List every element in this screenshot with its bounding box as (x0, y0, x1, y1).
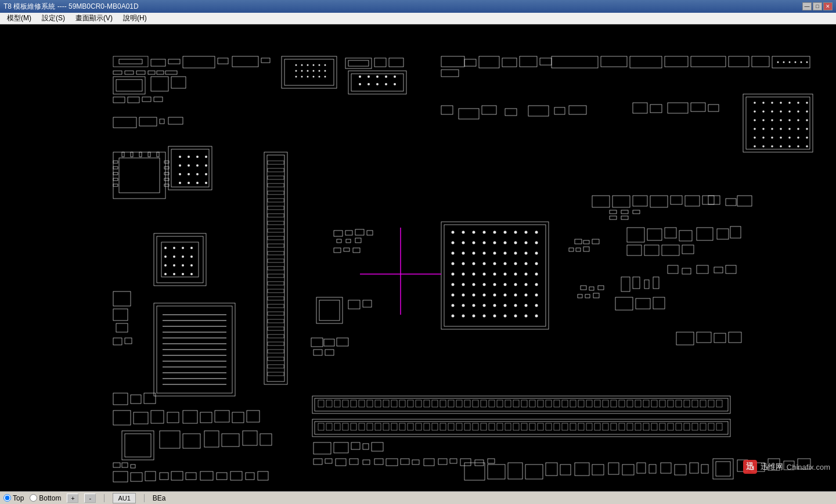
svg-point-261 (462, 252, 465, 255)
svg-point-162 (205, 156, 207, 158)
svg-point-276 (525, 262, 528, 265)
svg-point-310 (504, 304, 507, 307)
svg-point-314 (452, 315, 455, 318)
svg-point-209 (164, 247, 167, 249)
svg-point-246 (493, 231, 496, 234)
svg-point-132 (806, 136, 808, 139)
zoom-out-button[interactable]: - (84, 494, 96, 503)
svg-point-218 (173, 264, 175, 267)
svg-point-289 (473, 283, 475, 286)
svg-point-264 (493, 252, 496, 255)
svg-point-280 (473, 273, 475, 276)
svg-point-299 (483, 294, 486, 297)
svg-point-265 (504, 252, 507, 255)
svg-point-211 (182, 247, 184, 249)
layer-top-radio[interactable]: Top (3, 494, 24, 502)
maximize-button[interactable]: □ (813, 2, 822, 10)
svg-point-174 (205, 182, 207, 184)
window-title: T8 模板維修系統 ---- 59MB0CR0-MB0A01D (3, 2, 802, 12)
svg-point-277 (535, 262, 538, 265)
svg-point-306 (462, 304, 465, 307)
svg-point-285 (525, 273, 528, 276)
svg-point-170 (205, 173, 207, 175)
status-separator (104, 494, 105, 502)
pcb-canvas-area[interactable]: 迅 迅维网 Chinafix.com (0, 24, 836, 491)
svg-point-266 (514, 252, 517, 255)
svg-point-171 (179, 182, 181, 184)
svg-point-223 (182, 273, 184, 275)
svg-point-301 (504, 294, 507, 297)
svg-point-300 (493, 294, 496, 297)
svg-point-104 (806, 102, 808, 104)
watermark-domain: Chinafix.com (787, 463, 830, 471)
svg-point-26 (301, 64, 303, 66)
svg-point-98 (754, 102, 756, 104)
menu-display[interactable]: 畫面顯示(V) (71, 12, 117, 24)
menu-bar: 模型(M) 設定(S) 畫面顯示(V) 說明(H) (0, 13, 836, 24)
svg-point-268 (535, 252, 538, 255)
svg-point-221 (164, 273, 167, 275)
svg-point-173 (196, 182, 199, 184)
svg-point-290 (483, 283, 486, 286)
svg-point-292 (504, 283, 507, 286)
svg-point-165 (196, 164, 199, 167)
svg-point-75 (783, 62, 785, 63)
svg-point-316 (473, 315, 475, 318)
svg-point-164 (188, 164, 190, 167)
svg-point-212 (190, 247, 193, 249)
svg-point-106 (762, 110, 765, 113)
watermark: 迅 迅维网 Chinafix.com (743, 460, 830, 474)
status-bar: Top Bottom + - AU1 BEa (0, 491, 836, 504)
svg-point-287 (452, 283, 455, 286)
svg-point-210 (173, 247, 175, 249)
svg-point-78 (801, 62, 802, 63)
svg-point-317 (483, 315, 486, 318)
svg-point-37 (296, 76, 297, 78)
svg-point-105 (754, 110, 756, 113)
svg-point-112 (754, 119, 756, 121)
svg-point-56 (376, 83, 379, 85)
svg-point-167 (179, 173, 181, 175)
svg-point-120 (762, 128, 765, 130)
svg-point-161 (196, 156, 199, 158)
svg-point-284 (514, 273, 517, 276)
svg-point-159 (179, 156, 181, 158)
svg-point-58 (394, 83, 396, 85)
menu-settings[interactable]: 設定(S) (37, 12, 70, 24)
svg-point-109 (788, 110, 791, 113)
svg-point-42 (325, 76, 326, 78)
svg-point-321 (525, 315, 528, 318)
svg-point-107 (771, 110, 773, 113)
svg-point-110 (797, 110, 799, 113)
svg-point-30 (325, 64, 326, 66)
layer-tab-au1[interactable]: AU1 (113, 493, 135, 503)
svg-point-269 (452, 262, 455, 265)
svg-point-29 (319, 64, 320, 66)
svg-point-121 (771, 128, 773, 130)
svg-point-34 (313, 70, 315, 72)
svg-point-272 (483, 262, 486, 265)
close-button[interactable]: ✕ (823, 2, 833, 10)
svg-point-315 (462, 315, 465, 318)
layer-bottom-radio[interactable]: Bottom (30, 494, 61, 502)
minimize-button[interactable]: — (802, 2, 812, 10)
pcb-diagram (0, 24, 836, 491)
svg-point-273 (493, 262, 496, 265)
svg-point-311 (514, 304, 517, 307)
svg-point-163 (179, 164, 181, 167)
svg-point-215 (182, 255, 184, 258)
svg-point-101 (780, 102, 782, 104)
svg-point-130 (788, 136, 791, 139)
svg-point-57 (385, 83, 387, 85)
zoom-in-button[interactable]: + (67, 494, 78, 503)
svg-point-320 (514, 315, 517, 318)
svg-point-100 (771, 102, 773, 104)
svg-point-118 (806, 119, 808, 121)
svg-point-260 (452, 252, 455, 255)
svg-point-220 (190, 264, 193, 267)
svg-point-297 (462, 294, 465, 297)
svg-point-279 (462, 273, 465, 276)
menu-help[interactable]: 說明(H) (118, 12, 152, 24)
svg-point-251 (452, 242, 455, 244)
menu-model[interactable]: 模型(M) (2, 12, 36, 24)
